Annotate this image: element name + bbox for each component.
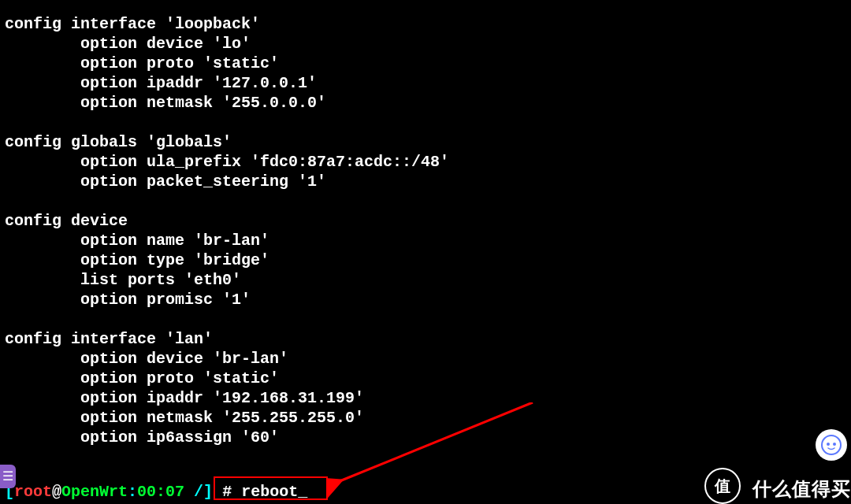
prompt-path: /: [184, 483, 203, 501]
menu-icon: ☰: [2, 469, 13, 484]
terminal-output: config interface 'loopback' option devic…: [5, 14, 449, 447]
robot-face-icon: [821, 435, 842, 455]
prompt-at: @: [52, 483, 61, 501]
sidebar-handle[interactable]: ☰: [0, 465, 16, 488]
prompt-bracket-close: ]: [203, 483, 213, 501]
prompt-user: root: [14, 483, 52, 501]
shell-prompt[interactable]: [root@OpenWrt:00:07 /] # reboot: [5, 482, 307, 502]
prompt-command[interactable]: reboot: [241, 483, 307, 501]
prompt-host: OpenWrt: [61, 483, 128, 501]
assistant-float-button[interactable]: [816, 429, 847, 461]
svg-point-3: [833, 443, 836, 446]
svg-point-1: [822, 435, 841, 454]
prompt-time: 00:07: [137, 483, 184, 501]
prompt-colon: :: [128, 483, 137, 501]
watermark-badge: 值: [704, 468, 741, 504]
svg-point-2: [827, 443, 830, 446]
watermark-text: 什么值得买: [753, 477, 851, 501]
prompt-hash: #: [213, 483, 241, 501]
